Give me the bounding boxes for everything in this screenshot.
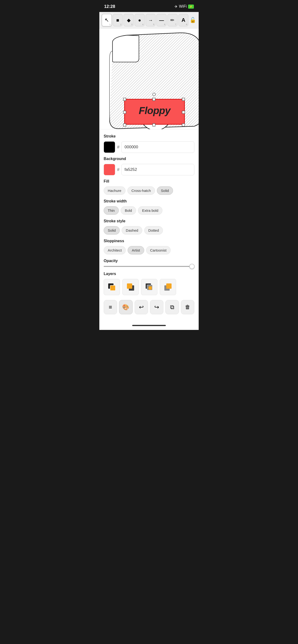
stroke-style-dashed[interactable]: Dashed	[122, 226, 142, 234]
circle-icon: ●	[138, 18, 141, 23]
svg-rect-21	[166, 284, 172, 289]
background-hash: #	[117, 167, 119, 172]
background-color-row: #	[104, 164, 194, 176]
svg-rect-8	[123, 124, 126, 126]
background-color-input[interactable]	[121, 164, 194, 176]
line-icon: —	[159, 18, 164, 23]
layer-send-backward[interactable]	[104, 279, 120, 295]
stroke-width-thin[interactable]: Thin	[104, 206, 119, 215]
svg-point-11	[153, 93, 156, 96]
tool-line[interactable]: — 6	[157, 14, 167, 26]
palette-icon: 🎨	[122, 304, 129, 310]
wifi-icon: WiFi	[179, 4, 187, 8]
battery-icon: ⚡	[188, 4, 194, 8]
menu-button[interactable]: ≡	[104, 300, 117, 314]
svg-rect-10	[182, 124, 185, 126]
fill-solid[interactable]: Solid	[157, 186, 173, 195]
stroke-style-options: Solid Dashed Dotted	[104, 226, 194, 234]
stroke-hash: #	[117, 145, 119, 150]
style-button[interactable]: 🎨	[119, 300, 132, 314]
properties-panel: Stroke # Background # Fill Hachure Cross…	[99, 129, 199, 323]
sloppiness-artist[interactable]: Artist	[128, 246, 144, 254]
fill-label: Fill	[104, 179, 194, 184]
svg-rect-5	[182, 98, 185, 100]
stroke-width-extra-bold[interactable]: Extra bold	[138, 206, 163, 215]
opacity-section: Opacity	[104, 259, 194, 267]
lock-icon: 🔓	[190, 17, 196, 23]
tool-arrow[interactable]: → 5	[146, 14, 156, 26]
stroke-label: Stroke	[104, 134, 194, 138]
tool-diamond[interactable]: ◆ 3	[123, 14, 134, 26]
opacity-slider-container[interactable]	[104, 266, 194, 267]
svg-rect-6	[123, 111, 126, 114]
sloppiness-label: Sloppiness	[104, 239, 194, 243]
stroke-style-dotted[interactable]: Dotted	[144, 226, 163, 234]
stroke-color-input[interactable]	[121, 141, 194, 153]
tool-pencil[interactable]: ✏ 7	[168, 14, 178, 26]
canvas-area[interactable]: Floppy	[99, 28, 199, 129]
svg-text:Floppy: Floppy	[139, 105, 171, 116]
opacity-label: Opacity	[104, 259, 194, 263]
svg-rect-16	[127, 284, 132, 289]
sloppiness-cartoonist[interactable]: Cartoonist	[146, 246, 171, 254]
pencil-icon: ✏	[170, 17, 175, 23]
status-bar: 12:28 ✈ WiFi ⚡	[99, 0, 199, 12]
stroke-width-bold[interactable]: Bold	[121, 206, 136, 215]
home-indicator	[99, 323, 199, 330]
home-bar	[132, 325, 166, 326]
opacity-slider-thumb[interactable]	[189, 264, 195, 269]
layer-bring-forward[interactable]	[122, 279, 139, 295]
layers-label: Layers	[104, 272, 194, 276]
status-icons: ✈ WiFi ⚡	[175, 4, 194, 9]
duplicate-icon: ⧉	[170, 304, 174, 310]
tool-text[interactable]: A 8	[179, 14, 189, 26]
svg-rect-3	[123, 98, 126, 100]
text-icon: A	[182, 17, 186, 23]
opacity-slider-track	[104, 266, 194, 267]
tool-rectangle[interactable]: ■ 2	[113, 14, 123, 26]
diamond-icon: ◆	[127, 17, 130, 23]
lock-button[interactable]: 🔓	[189, 14, 196, 26]
redo-button[interactable]: ↪	[150, 300, 163, 314]
tool-select[interactable]: ↖ 1	[102, 14, 112, 26]
cursor-icon: ↖	[105, 17, 109, 23]
action-bar: ≡ 🎨 ↩ ↪ ⧉ 🗑	[104, 300, 194, 318]
layers-grid	[104, 279, 194, 295]
trash-icon: 🗑	[185, 304, 190, 310]
drawing-canvas[interactable]: Floppy	[99, 28, 199, 129]
status-time: 12:28	[104, 4, 115, 9]
fill-hachure[interactable]: Hachure	[104, 186, 125, 195]
stroke-style-solid[interactable]: Solid	[104, 226, 120, 234]
svg-rect-19	[148, 286, 152, 290]
undo-icon: ↩	[139, 304, 144, 310]
tool-circle[interactable]: ● 4	[135, 14, 145, 26]
svg-rect-7	[182, 111, 185, 114]
fill-options: Hachure Cross-hatch Solid	[104, 186, 194, 195]
stroke-width-options: Thin Bold Extra bold	[104, 206, 194, 215]
svg-rect-4	[153, 98, 155, 100]
sloppiness-options: Architect Artist Cartoonist	[104, 246, 194, 254]
stroke-color-row: #	[104, 141, 194, 153]
toolbar: ↖ 1 ■ 2 ◆ 3 ● 4 → 5 — 6 ✏ 7 A 8 🔓	[99, 12, 199, 28]
arrow-icon: →	[148, 18, 153, 23]
duplicate-button[interactable]: ⧉	[165, 300, 179, 314]
stroke-color-swatch[interactable]	[104, 141, 115, 153]
stroke-style-label: Stroke style	[104, 219, 194, 223]
svg-rect-14	[110, 285, 115, 290]
layers-section: Layers	[104, 272, 194, 295]
layer-bring-to-front[interactable]	[160, 279, 176, 295]
airplane-icon: ✈	[175, 4, 178, 9]
menu-icon: ≡	[109, 304, 112, 310]
layer-send-to-back[interactable]	[141, 279, 158, 295]
background-color-swatch[interactable]	[104, 164, 115, 176]
square-icon: ■	[116, 18, 119, 23]
opacity-slider-fill	[104, 266, 190, 267]
background-label: Background	[104, 157, 194, 161]
redo-icon: ↪	[154, 304, 159, 310]
fill-cross-hatch[interactable]: Cross-hatch	[127, 186, 155, 195]
sloppiness-architect[interactable]: Architect	[104, 246, 126, 254]
stroke-width-label: Stroke width	[104, 199, 194, 204]
svg-rect-9	[153, 124, 155, 126]
undo-button[interactable]: ↩	[135, 300, 148, 314]
delete-button[interactable]: 🗑	[181, 300, 194, 314]
